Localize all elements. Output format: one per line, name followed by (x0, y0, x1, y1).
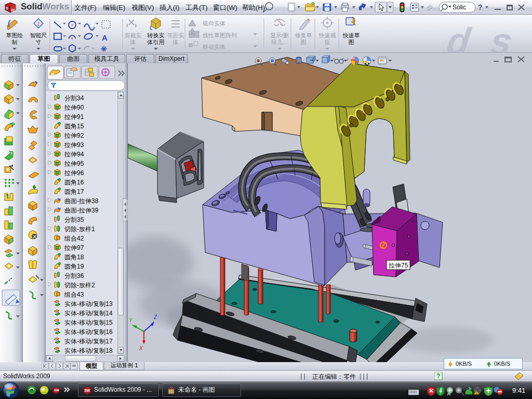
svg-text:剪裁实: 剪裁实 (125, 32, 142, 38)
svg-text:W: W (11, 8, 15, 12)
svg-text:!: ! (476, 391, 477, 394)
svg-text:?: ? (436, 373, 440, 380)
svg-text:体引用: 体引用 (147, 39, 165, 45)
svg-text:S: S (6, 6, 9, 10)
svg-text:X: X (139, 345, 143, 351)
svg-text:SW: SW (54, 389, 59, 392)
svg-text:移动实体: 移动实体 (203, 44, 225, 50)
svg-text:制: 制 (12, 39, 18, 45)
svg-text:修复草: 修复草 (295, 32, 312, 38)
svg-text:?: ? (478, 3, 483, 11)
svg-text:转换实: 转换实 (147, 32, 165, 38)
svg-text:除几...: 除几... (271, 39, 287, 45)
svg-text:2: 2 (37, 21, 39, 26)
svg-text:镜向实体: 镜向实体 (202, 20, 225, 26)
svg-text:图: 图 (349, 39, 354, 45)
svg-text:快速草: 快速草 (342, 32, 360, 38)
svg-text:少..: 少.. (427, 4, 436, 10)
svg-text:Solic: Solic (453, 4, 466, 11)
svg-text:体: 体 (172, 39, 179, 45)
svg-text:ds: ds (444, 20, 532, 53)
svg-text:显示/删: 显示/删 (270, 32, 289, 38)
svg-text:捉: 捉 (325, 39, 330, 45)
svg-text:拉伸75: 拉伸75 (388, 262, 408, 269)
svg-text:寸: 寸 (35, 39, 42, 45)
svg-text:SW: SW (85, 389, 90, 392)
svg-text:等距实: 等距实 (167, 32, 184, 38)
svg-text:智能尺: 智能尺 (30, 32, 47, 38)
svg-text:草图绘: 草图绘 (6, 32, 23, 38)
svg-text:线性草图阵列: 线性草图阵列 (203, 32, 237, 38)
svg-text:体: 体 (130, 39, 136, 45)
svg-text:图: 图 (301, 39, 307, 45)
svg-text:Z: Z (153, 314, 157, 320)
svg-text:A: A (102, 33, 108, 42)
svg-text:快速捕: 快速捕 (318, 32, 336, 38)
